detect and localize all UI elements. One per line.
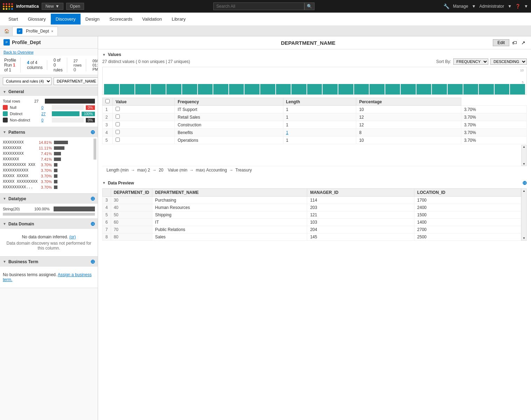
- nav-item-design[interactable]: Design: [81, 14, 104, 24]
- pattern-row-5: XXXXXXXXXXX 3.70%: [3, 168, 95, 173]
- tag-button[interactable]: 🏷: [511, 39, 518, 46]
- datatype-bar: [54, 206, 95, 211]
- help-icon[interactable]: ❓: [515, 4, 520, 9]
- nav-item-start[interactable]: Start: [4, 14, 23, 24]
- open-button[interactable]: Open: [66, 3, 84, 10]
- sort-order-dropdown[interactable]: DESCENDING: [490, 58, 527, 65]
- datatype-expand-icon[interactable]: ⊕: [90, 195, 95, 202]
- freq-link-3[interactable]: 1: [286, 130, 289, 135]
- row-num-1: 2: [103, 113, 113, 121]
- preview-dept-name-1: Human Resources: [152, 204, 307, 211]
- preview-scrollbar[interactable]: ▲ ▼: [521, 188, 527, 241]
- business-term-title: Business Term: [8, 259, 38, 264]
- business-term-section-header[interactable]: ▼ Business Term ⊕: [0, 257, 98, 267]
- sort-controls: Sort By: FREQUENCY DESCENDING: [436, 58, 527, 65]
- row-length-1: 12: [356, 113, 461, 121]
- data-domain-not-performed-text: Data domain discovery was not performed …: [3, 241, 95, 251]
- distinct-value[interactable]: 27: [41, 112, 52, 116]
- row-length-3: 8: [356, 129, 461, 136]
- nav-item-discovery[interactable]: Discovery: [51, 14, 81, 24]
- nondistinct-value[interactable]: 0: [41, 118, 52, 122]
- pattern-bar-6: [54, 174, 57, 178]
- row-value-4: Operations: [175, 136, 283, 144]
- preview-expand-icon[interactable]: ⊕: [522, 180, 527, 186]
- values-header-value: Value: [113, 98, 175, 106]
- row-check-4[interactable]: [116, 138, 120, 142]
- null-value[interactable]: 0: [41, 105, 52, 110]
- values-subtitle: 27 distinct values ( 0 non uniques | 27 …: [102, 58, 527, 65]
- dot3: [8, 3, 10, 5]
- pattern-pct-7: 3.70%: [38, 180, 52, 184]
- value-label: Value: [168, 168, 178, 173]
- row-checkbox-2: [113, 121, 175, 129]
- patterns-toggle-arrow: ▼: [3, 130, 6, 134]
- patterns-section-header[interactable]: ▼ Patterns ⊕: [0, 127, 98, 137]
- datatype-scrollbar[interactable]: [3, 213, 95, 216]
- pattern-pct-4: 3.70%: [38, 163, 52, 167]
- preview-dept-id-2: 50: [111, 211, 152, 219]
- preview-mgr-id-4: 204: [307, 226, 414, 233]
- row-check-0[interactable]: [116, 107, 120, 111]
- row-length-2: 12: [356, 121, 461, 129]
- home-icon[interactable]: 🏠: [3, 27, 11, 35]
- search-button[interactable]: 🔍: [304, 2, 315, 10]
- pattern-pct-3: 7.41%: [38, 157, 52, 161]
- null-label: Null: [10, 105, 41, 110]
- pattern-row-4: XXXXXXXXXX XXX 3.70%: [3, 162, 95, 167]
- more-icon[interactable]: ▼: [524, 4, 528, 9]
- tab-close-button[interactable]: ×: [51, 29, 53, 33]
- data-preview-table: DEPARTMENT_ID DEPARTMENT_NAME MANAGER_ID…: [102, 188, 521, 241]
- search-input[interactable]: [213, 2, 304, 10]
- business-term-expand-icon[interactable]: ⊕: [90, 258, 95, 265]
- data-domain-no-inferred-text: No data domain inferred. (or): [3, 234, 95, 239]
- nav-item-glossary[interactable]: Glossary: [23, 14, 50, 24]
- nondistinct-pct-badge: 0%: [86, 118, 95, 122]
- preview-mgr-id-5: 145: [307, 233, 414, 241]
- data-preview-title: ▼ Data Preview ⊕: [102, 180, 527, 186]
- chart-bar-10: [260, 84, 275, 94]
- table-scroll-control[interactable]: ▲ ▼: [102, 145, 527, 166]
- row-check-1[interactable]: [116, 114, 120, 119]
- select-all-checkbox[interactable]: [105, 99, 110, 103]
- edit-button[interactable]: Edit: [493, 39, 509, 46]
- share-button[interactable]: ↗: [520, 39, 527, 46]
- patterns-scrollbar[interactable]: [94, 139, 96, 160]
- admin-label[interactable]: Administrator: [480, 4, 504, 9]
- datatype-title: Datatype: [8, 196, 26, 201]
- nondistinct-bar: [52, 118, 84, 122]
- data-domain-expand-icon[interactable]: ⊕: [90, 220, 95, 227]
- table-row: 4 40 Human Resources 203 2400: [103, 204, 521, 211]
- new-button[interactable]: New ▼: [42, 3, 63, 10]
- data-domain-section: ▼ Data Domain ⊕ No data domain inferred.…: [0, 219, 98, 257]
- profile-tab[interactable]: P Profile_Dept ×: [12, 27, 58, 36]
- nav-item-validation[interactable]: Validation: [137, 14, 167, 24]
- row-pct-4: 3.70%: [461, 136, 526, 144]
- dot8: [11, 6, 13, 7]
- dot5: [3, 6, 5, 7]
- preview-dept-id-0: 30: [111, 197, 152, 204]
- chart-bar-4: [166, 84, 181, 94]
- manage-label[interactable]: Manage: [453, 4, 468, 9]
- back-to-overview-link[interactable]: Back to Overview: [0, 49, 98, 56]
- data-domain-toggle-arrow: ▼: [3, 222, 6, 226]
- row-check-3[interactable]: [116, 130, 120, 134]
- row-checkbox-1: [113, 113, 175, 121]
- null-color-indicator: [3, 105, 8, 110]
- patterns-expand-icon[interactable]: ⊕: [90, 129, 95, 135]
- sort-by-dropdown[interactable]: FREQUENCY: [453, 58, 488, 65]
- pattern-pct-2: 7.41%: [38, 152, 52, 156]
- data-domain-or-link[interactable]: (or): [69, 234, 76, 239]
- row-check-2[interactable]: [116, 122, 120, 126]
- patterns-section: ▼ Patterns ⊕ XXXXXXXXX 14.81% XXXXXXXX 1…: [0, 127, 98, 194]
- nav-item-scorecards[interactable]: Scorecards: [104, 14, 137, 24]
- column-select-dropdown[interactable]: DEPARTMENT_NAME: [54, 77, 98, 85]
- nav-item-library[interactable]: Library: [167, 14, 191, 24]
- datatype-section-body: String(20) 100.00%: [0, 204, 98, 218]
- columns-rules-dropdown[interactable]: Columns and rules (4): [3, 77, 51, 85]
- datatype-section-header[interactable]: ▼ Datatype ⊕: [0, 194, 98, 204]
- pattern-name-0: XXXXXXXXX: [3, 140, 38, 145]
- general-section-header[interactable]: ▼ General: [0, 88, 98, 96]
- data-domain-section-header[interactable]: ▼ Data Domain ⊕: [0, 219, 98, 229]
- chart-bar-1: [120, 84, 135, 94]
- table-row: 3 30 Purchasing 114 1700: [103, 197, 521, 204]
